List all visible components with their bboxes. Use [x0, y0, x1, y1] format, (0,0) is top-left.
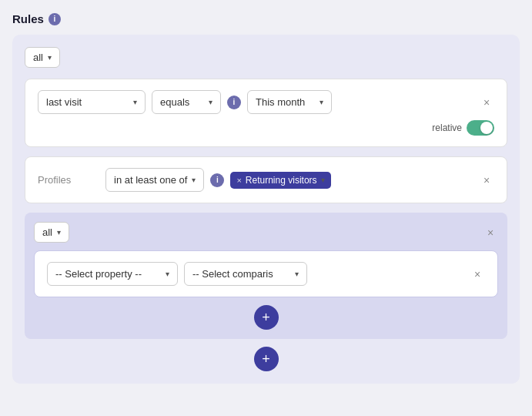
field-dropdown-1[interactable]: last visit ▾ [38, 90, 146, 114]
operator-chevron-1: ▾ [209, 98, 212, 106]
inner-row-close-btn[interactable]: × [470, 267, 485, 282]
rule-row-2: Profiles in at least one of ▾ i × Return… [38, 168, 494, 192]
inner-card: -- Select property -- ▾ -- Select compar… [34, 250, 498, 297]
inner-rule-row: -- Select property -- ▾ -- Select compar… [47, 262, 485, 286]
select-comparis-label: -- Select comparis [192, 268, 290, 280]
operator-label-1: equals [160, 96, 204, 108]
inner-all-row: all ▾ × [34, 222, 498, 243]
operator-dropdown-2[interactable]: in at least one of ▾ [105, 168, 204, 192]
relative-toggle-switch[interactable] [467, 120, 494, 136]
outer-card: all ▾ last visit ▾ equals ▾ i This month… [12, 35, 520, 384]
select-comparis-dropdown[interactable]: -- Select comparis ▾ [184, 262, 307, 286]
relative-toggle: relative [38, 120, 494, 136]
all-dropdown-top-chevron: ▾ [48, 53, 52, 62]
relative-label: relative [432, 122, 462, 133]
operator-chevron-2: ▾ [192, 176, 196, 184]
rule-card-2: Profiles in at least one of ▾ i × Return… [25, 156, 507, 203]
field-chevron-1: ▾ [133, 98, 137, 106]
rule1-close-btn[interactable]: × [479, 95, 494, 110]
rule1-info-icon[interactable]: i [227, 96, 241, 109]
rule-row-1: last visit ▾ equals ▾ i This month ▾ × [38, 90, 494, 114]
rule-card-1: last visit ▾ equals ▾ i This month ▾ × r… [25, 79, 507, 147]
select-property-chevron: ▾ [166, 270, 169, 278]
add-inner-icon: + [262, 310, 270, 324]
rules-header: Rules i [12, 12, 520, 25]
value-dropdown-1[interactable]: This month ▾ [247, 90, 332, 114]
inner-wrapper: all ▾ × -- Select property -- ▾ -- Selec… [25, 213, 507, 339]
value-chevron-1: ▾ [320, 98, 323, 106]
rules-title: Rules [12, 12, 44, 25]
tag-label: Returning visitors [246, 175, 317, 186]
profiles-label: Profiles [38, 174, 99, 186]
add-inner-rule-btn[interactable]: + [254, 305, 279, 330]
tag-close-icon[interactable]: × [236, 176, 241, 185]
select-property-dropdown[interactable]: -- Select property -- ▾ [47, 262, 178, 286]
select-comparis-chevron: ▾ [295, 270, 299, 278]
value-label-1: This month [256, 96, 315, 108]
operator-dropdown-1[interactable]: equals ▾ [152, 90, 221, 114]
tag-chevron: ▾ [321, 176, 325, 184]
all-dropdown-top-label: all [33, 52, 43, 63]
toggle-knob [480, 122, 493, 134]
select-property-label: -- Select property -- [55, 268, 161, 280]
rules-info-icon[interactable]: i [49, 13, 61, 25]
field-label-1: last visit [46, 96, 129, 108]
rule2-close-btn[interactable]: × [479, 173, 494, 188]
all-dropdown-inner-label: all [42, 226, 52, 238]
add-outer-rule-btn[interactable]: + [254, 347, 279, 371]
rule2-info-icon[interactable]: i [210, 173, 224, 187]
all-dropdown-top[interactable]: all ▾ [25, 47, 60, 68]
returning-visitors-tag[interactable]: × Returning visitors ▾ [230, 172, 330, 189]
inner-close-btn[interactable]: × [483, 225, 498, 240]
all-dropdown-inner[interactable]: all ▾ [34, 222, 69, 243]
operator-label-2: in at least one of [114, 174, 187, 186]
all-dropdown-inner-chevron: ▾ [57, 228, 61, 237]
add-outer-icon: + [262, 352, 270, 366]
main-container: Rules i all ▾ last visit ▾ equals ▾ i Th… [0, 0, 532, 416]
